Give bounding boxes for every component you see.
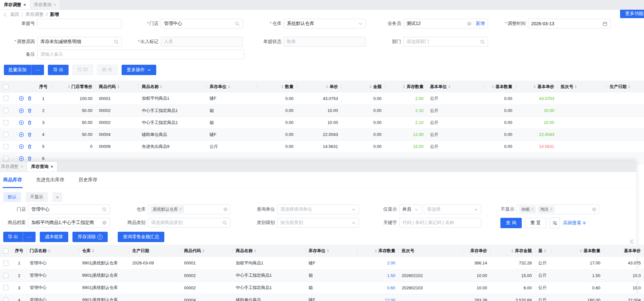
reset-button[interactable]: 重 置 — [525, 218, 546, 228]
row-checkbox[interactable] — [3, 144, 8, 149]
column-header[interactable]: 单价 — [297, 81, 341, 93]
delete-row-icon[interactable] — [27, 96, 32, 101]
subtab-fifo-stock[interactable]: 先进先出库存 — [36, 172, 64, 188]
more-ops-button[interactable]: 更多操作 — [122, 65, 156, 75]
tab-inventory-query[interactable]: 库存查询 × — [27, 162, 57, 172]
subtab-history-stock[interactable]: 历史库存 — [79, 172, 97, 188]
chevron-down-icon[interactable] — [351, 220, 356, 225]
delete-row-icon[interactable] — [27, 144, 32, 149]
close-icon[interactable]: × — [24, 3, 26, 7]
chevron-down-icon[interactable] — [474, 207, 478, 212]
more-dots-button[interactable]: ··· — [23, 232, 36, 242]
delete-row-icon[interactable] — [27, 156, 32, 161]
row-checkbox[interactable] — [3, 297, 8, 301]
table-row[interactable]: 1管理中心9901|系统默认仓库2026-03-0900001加权平均商品1辅F… — [0, 257, 644, 269]
batch-add-button[interactable]: 批量添加 — [4, 65, 31, 75]
query-unit-select[interactable]: 请选择查询单位 — [277, 205, 359, 214]
tag-close-icon[interactable]: × — [531, 207, 534, 212]
column-header[interactable]: 门店零售价 — [51, 81, 96, 93]
category-level-select[interactable]: 按当前类别 — [277, 218, 359, 228]
retail-sum-button[interactable]: 查询零售金额汇总 — [118, 232, 164, 242]
select-all-checkbox[interactable] — [3, 248, 8, 253]
tab-inventory-adjust[interactable]: 库存调整 × — [0, 0, 30, 9]
tag-close-icon[interactable]: × — [180, 207, 182, 212]
back-icon[interactable] — [4, 13, 8, 17]
warehouse-select[interactable]: 系统默认仓库 — [284, 19, 366, 28]
search-icon[interactable] — [102, 207, 107, 212]
table-row[interactable]: 1100.0000001加权平均商品1辅F0.0043.07530.002.00… — [0, 93, 644, 105]
filter-list-button[interactable] — [550, 217, 560, 229]
close-icon[interactable]: × — [21, 164, 23, 169]
back-link[interactable]: 返回 — [10, 12, 19, 17]
subtab-product-stock[interactable]: 商品库存 — [3, 172, 22, 188]
reason-input[interactable]: 库存未扣减销售明细 — [37, 37, 122, 47]
search-icon[interactable] — [480, 39, 485, 44]
export-button[interactable]: 导 出 — [48, 65, 69, 75]
column-header[interactable]: 批次号 — [557, 81, 606, 93]
add-row-icon[interactable] — [19, 96, 24, 101]
delete-row-icon[interactable] — [27, 120, 32, 125]
more-dots-button[interactable]: ··· — [31, 65, 44, 75]
column-header[interactable]: 库存数量 — [357, 245, 398, 257]
column-header[interactable]: 基 — [535, 245, 551, 257]
help-icon[interactable]: ? — [97, 234, 103, 240]
chevron-down-icon[interactable] — [351, 207, 356, 212]
table-row[interactable]: 4管理中心9901|系统默认仓库00004辅助单位商品辅F12.00293.39… — [0, 294, 644, 301]
tab-inventory-query[interactable]: 库存查询 × — [30, 0, 60, 9]
column-header[interactable]: 生产日期 — [606, 81, 644, 93]
select-all-checkbox[interactable] — [3, 84, 8, 89]
column-header[interactable]: 批次号 — [398, 245, 462, 257]
table-row[interactable]: 350.0000002中心手工指定商品1箱0.0010.000.002.10公斤… — [0, 117, 644, 128]
preset-default-button[interactable]: 默认 — [3, 192, 21, 202]
row-checkbox[interactable] — [3, 156, 8, 161]
department-input[interactable]: 请选择部门 — [403, 37, 488, 47]
clear-icon[interactable] — [223, 207, 228, 212]
column-header[interactable]: 库存金额 — [490, 245, 535, 257]
column-header[interactable]: 库存单价 — [462, 245, 490, 257]
warehouse-filter-input[interactable]: 系统默认仓库 × — [148, 205, 230, 214]
only-show-select[interactable]: 请选择 — [424, 205, 481, 214]
add-row-icon[interactable] — [19, 132, 24, 137]
column-header[interactable]: 商品代码 — [96, 81, 139, 93]
preset-hide-button[interactable]: 不显示 — [26, 192, 48, 202]
table-row[interactable]: 3管理中心9901|系统默认仓库00002中心手工指定商品1箱0.6020260… — [0, 282, 644, 294]
doc-no-input[interactable] — [37, 19, 122, 28]
row-checkbox[interactable] — [3, 273, 8, 278]
chevron-down-icon[interactable] — [414, 207, 419, 212]
add-row-icon[interactable] — [19, 120, 24, 125]
delete-row-icon[interactable] — [27, 108, 32, 113]
preset-add-button[interactable]: + — [52, 192, 63, 202]
column-header[interactable]: 基本单价 — [516, 81, 558, 93]
add-row-icon[interactable] — [19, 156, 24, 161]
table-row[interactable]: 5000009先进先出商品9公斤0.0014.56310.0015.00公斤0.… — [0, 140, 644, 152]
row-checkbox[interactable] — [3, 132, 8, 137]
column-header[interactable]: 基本单位 — [427, 81, 484, 93]
column-header[interactable]: 商品代码 — [181, 245, 233, 257]
row-checkbox[interactable] — [3, 261, 8, 266]
column-header[interactable]: 序号 — [35, 81, 51, 93]
column-header[interactable]: 基本数量 — [484, 81, 516, 93]
add-salesman-link[interactable]: 新增 — [476, 21, 485, 27]
only-show-op-select[interactable]: 并且 — [399, 205, 422, 214]
column-header[interactable]: 金额 — [341, 81, 385, 93]
column-header[interactable]: 数量 — [257, 81, 297, 93]
keyword-input[interactable]: 代码 | 条码 | 速记码 | 名称 — [399, 218, 481, 228]
column-header[interactable]: 基本数量 — [551, 245, 604, 257]
adjust-time-input[interactable]: 2026-03-13 — [528, 19, 611, 28]
add-row-icon[interactable] — [19, 144, 24, 149]
column-header[interactable]: 序号 — [12, 245, 27, 257]
search-button[interactable]: 查 询 — [500, 218, 522, 228]
search-icon[interactable] — [114, 39, 119, 44]
remark-input[interactable]: 请输入备注 — [37, 50, 244, 59]
delete-row-icon[interactable] — [27, 132, 32, 137]
chevron-down-icon[interactable] — [358, 21, 363, 26]
tab-inventory-adjust[interactable]: 库存调整 × — [0, 162, 27, 172]
row-checkbox[interactable] — [3, 285, 8, 290]
search-icon[interactable] — [235, 21, 240, 26]
clear-icon[interactable] — [102, 220, 107, 225]
store-filter-input[interactable]: 管理中心 — [28, 205, 110, 214]
summary-corner-text[interactable]: 汇 — [630, 239, 634, 245]
breadcrumb-section[interactable]: 库存调整 — [26, 12, 44, 17]
close-icon[interactable]: × — [54, 3, 56, 7]
column-header[interactable]: 库存单位 — [305, 245, 357, 257]
